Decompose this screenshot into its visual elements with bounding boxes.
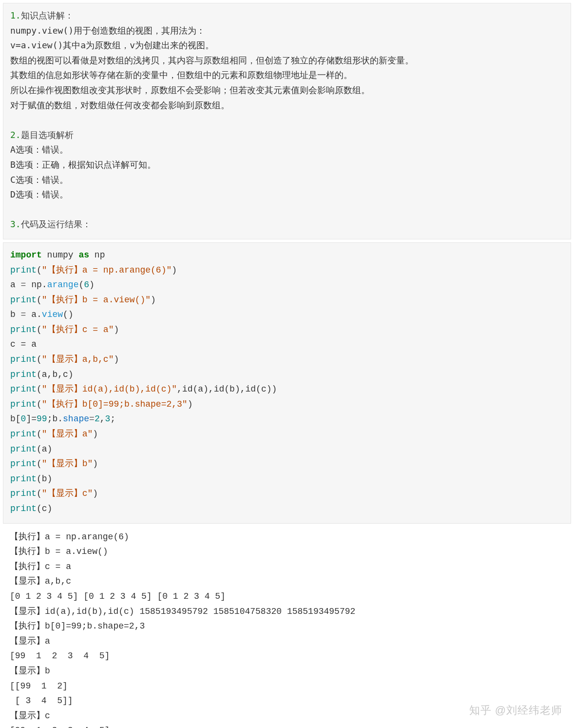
fn-print: print bbox=[10, 384, 37, 394]
output-line: 【显示】a bbox=[10, 636, 50, 646]
fn-print: print bbox=[10, 459, 37, 469]
fn-print: print bbox=[10, 265, 37, 275]
output-line: 【执行】b = a.view() bbox=[10, 547, 108, 556]
section1-line: 其数组的信息如形状等存储在新的变量中，但数组中的元素和原数组物理地址是一样的。 bbox=[10, 70, 352, 80]
output-line: 【执行】c = a bbox=[10, 562, 71, 571]
output-line: 【显示】b bbox=[10, 666, 50, 676]
kw-as: as bbox=[78, 250, 89, 260]
section1-line: v=a.view()其中a为原数组，v为创建出来的视图。 bbox=[10, 40, 214, 50]
kw-import: import bbox=[10, 250, 42, 260]
fn-print: print bbox=[10, 354, 37, 364]
fn-print: print bbox=[10, 370, 37, 379]
section2-line: C选项：错误。 bbox=[10, 175, 68, 185]
output-line: 【执行】a = np.arange(6) bbox=[10, 532, 129, 542]
fn-print: print bbox=[10, 325, 37, 334]
section1-number: 1. bbox=[10, 10, 21, 20]
output-line: 【显示】id(a),id(b),id(c) 1585193495792 1585… bbox=[10, 607, 355, 616]
output-line: [[99 1 2] bbox=[10, 681, 68, 691]
fn-print: print bbox=[10, 474, 37, 484]
output-line: [99 1 2 3 4 5] bbox=[10, 726, 110, 728]
section1-line: 对于赋值的数组，对数组做任何改变都会影响到原数组。 bbox=[10, 100, 230, 110]
fn-print: print bbox=[10, 295, 37, 305]
fn-print: print bbox=[10, 399, 37, 409]
section1-title: 知识点讲解： bbox=[21, 10, 74, 20]
output-box: 【执行】a = np.arange(6) 【执行】b = a.view() 【执… bbox=[3, 527, 571, 728]
fn-print: print bbox=[10, 504, 37, 513]
section2-title: 题目选项解析 bbox=[21, 130, 74, 140]
output-line: 【显示】a,b,c bbox=[10, 576, 71, 586]
explanation-box: 1.知识点讲解： numpy.view()用于创造数组的视图，其用法为： v=a… bbox=[3, 3, 571, 239]
section2-line: A选项：错误。 bbox=[10, 144, 68, 155]
output-line: [ 3 4 5]] bbox=[10, 696, 73, 706]
section1-line: 所以在操作视图数组改变其形状时，原数组不会受影响；但若改变其元素值则会影响原数组… bbox=[10, 85, 370, 95]
section2-line: B选项：正确，根据知识点详解可知。 bbox=[10, 159, 156, 170]
output-line: 【显示】c bbox=[10, 711, 50, 721]
output-line: [0 1 2 3 4 5] [0 1 2 3 4 5] [0 1 2 3 4 5… bbox=[10, 591, 226, 601]
section3-title: 代码及运行结果： bbox=[21, 219, 91, 229]
section2-line: D选项：错误。 bbox=[10, 189, 68, 199]
fn-print: print bbox=[10, 444, 37, 454]
section1-line: numpy.view()用于创造数组的视图，其用法为： bbox=[10, 25, 205, 36]
section2-number: 2. bbox=[10, 130, 21, 140]
section1-line: 数组的视图可以看做是对数组的浅拷贝，其内容与原数组相同，但创造了独立的存储数组形… bbox=[10, 55, 414, 65]
code-box: import numpy as np print("【执行】a = np.ara… bbox=[3, 242, 571, 524]
fn-print: print bbox=[10, 429, 37, 439]
output-line: 【执行】b[0]=99;b.shape=2,3 bbox=[10, 621, 145, 631]
section3-number: 3. bbox=[10, 219, 21, 229]
output-line: [99 1 2 3 4 5] bbox=[10, 651, 110, 661]
fn-print: print bbox=[10, 489, 37, 498]
